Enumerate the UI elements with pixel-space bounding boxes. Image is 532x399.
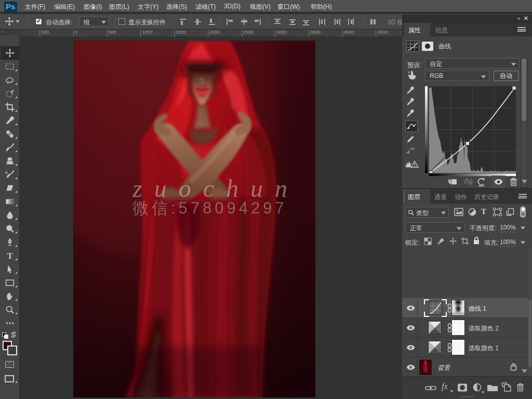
svg-text:微信:578094297: 微信:578094297 xyxy=(132,199,287,217)
svg-text:zuochun: zuochun xyxy=(132,175,299,202)
svg-text:T: T xyxy=(7,251,12,260)
